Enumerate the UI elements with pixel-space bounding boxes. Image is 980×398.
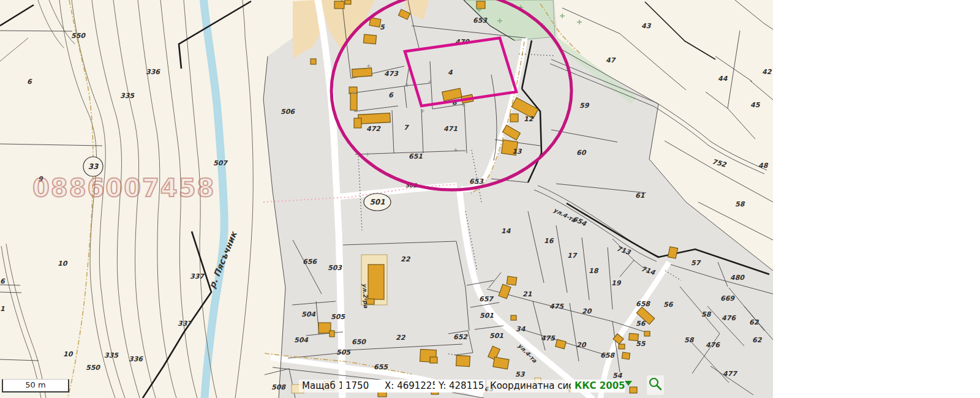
parcel-label: 335 — [104, 351, 119, 359]
parcel-label: 501 — [489, 332, 503, 340]
parcel-label: 6 — [0, 277, 6, 285]
building — [334, 1, 344, 9]
parcel-label: 505 — [331, 313, 345, 321]
scale-bar: 50 m — [2, 379, 69, 392]
parcel-label: 506 — [281, 108, 295, 116]
building — [619, 344, 625, 349]
chevron-down-icon[interactable] — [625, 381, 632, 386]
y-coordinate-field[interactable]: Y: 428115 — [435, 380, 485, 392]
parcel-label: 16 — [544, 237, 554, 245]
building — [363, 34, 376, 44]
parcel-label: 477 — [723, 370, 737, 378]
parcel-label: 9 — [38, 175, 43, 183]
parcel-label: 652 — [453, 333, 468, 341]
parcel-label: 4 — [448, 69, 453, 77]
parcel-label: 58 — [735, 200, 745, 208]
building — [354, 118, 361, 128]
map-canvas[interactable]: 5503366335507910337611033555033633750656… — [0, 0, 773, 398]
building — [644, 331, 650, 336]
parcel-label: 503 — [328, 264, 342, 272]
parcel-label: 656 — [303, 258, 317, 266]
scale-input[interactable]: 1750 — [342, 380, 385, 392]
parcel-label: 504 — [301, 310, 316, 318]
parcel-label: 507 — [213, 159, 228, 167]
parcel-label: 17 — [567, 252, 578, 260]
circled-label: 501 — [369, 198, 385, 206]
parcel-label: 61 — [635, 192, 645, 200]
x-coordinate-field[interactable]: X: 4691225 — [381, 380, 436, 392]
crs-value: ККС 2005 — [575, 380, 625, 391]
parcel-label: 655 — [374, 363, 388, 371]
building — [352, 68, 372, 77]
parcel-label: 658 — [636, 300, 650, 308]
parcel-label: 55 — [636, 340, 646, 348]
parcel-label: 53 — [515, 370, 526, 378]
parcel-label: 480 — [730, 274, 745, 282]
parcel-label: 7 — [404, 124, 409, 132]
parcel-label: 501 — [480, 312, 494, 320]
search-icon — [647, 376, 663, 392]
parcel-label: 476 — [722, 314, 736, 322]
parcel-label: 62 — [749, 318, 760, 326]
building — [668, 247, 677, 258]
parcel-label: 56 — [663, 301, 674, 309]
parcel-label: 6 — [388, 91, 394, 99]
parcel-label: 473 — [384, 70, 399, 78]
parcel-label: 336 — [129, 355, 143, 363]
parcel-label: 475 — [541, 334, 556, 342]
parcel-label: 62 — [752, 336, 763, 344]
x-value: 4691225 — [397, 380, 438, 391]
parcel-label: 59 — [579, 102, 590, 110]
building — [311, 59, 316, 64]
parcel-label: 60 — [576, 149, 587, 157]
building — [477, 1, 485, 9]
parcel-label: 58 — [701, 310, 712, 318]
y-label: Y: — [439, 380, 446, 391]
parcel-label: 505 — [336, 348, 351, 356]
parcel-label: 21 — [522, 290, 532, 298]
crs-dropdown[interactable]: ККС 2005 — [571, 380, 625, 392]
parcel-label: 57 — [691, 259, 701, 267]
building — [456, 355, 470, 366]
building — [622, 352, 630, 359]
parcel-label: 550 — [71, 32, 86, 40]
parcel-label: 45 — [750, 101, 761, 109]
parcel-label: 6 — [27, 78, 32, 86]
parcel-label: 337 — [190, 272, 205, 280]
parcel-label: 13 — [512, 148, 522, 156]
right-blank-panel — [773, 0, 980, 398]
parcel-label: 669 — [720, 295, 735, 302]
building — [510, 114, 518, 122]
parcel-label: 42 — [762, 68, 772, 76]
parcel-label: 58 — [684, 336, 695, 344]
building — [511, 315, 516, 320]
building — [330, 331, 334, 337]
parcel-label: 20 — [582, 307, 592, 315]
parcel-label: 10 — [63, 350, 74, 358]
parcel-label: 336 — [146, 68, 160, 76]
parcel-label: 550 — [86, 364, 100, 372]
parcel-label: 22 — [401, 255, 411, 263]
parcel-label: 54 — [612, 372, 623, 380]
parcel-label: 335 — [120, 92, 135, 100]
parcel-label: 475 — [549, 302, 564, 310]
parcel-label: 12 — [524, 115, 534, 123]
parcel-label: 337 — [178, 320, 192, 328]
parcel-label: 19 — [611, 279, 622, 287]
parcel-label: 56 — [636, 320, 646, 328]
circled-label: 33 — [88, 162, 99, 171]
parcel-label: 1 — [0, 305, 5, 313]
parcel-label: 20 — [576, 341, 587, 349]
parcel-label: 653 — [473, 17, 488, 24]
y-value: 428115 — [449, 380, 484, 391]
building — [430, 357, 437, 363]
parcel-label: 10 — [58, 260, 68, 268]
building — [493, 357, 509, 369]
parcel-label: 44 — [718, 75, 728, 83]
parcel-label: 508 — [271, 383, 286, 391]
building — [630, 387, 637, 393]
search-button[interactable] — [647, 375, 664, 395]
map-viewport: 5503366335507910337611033555033633750656… — [0, 0, 980, 398]
parcel-label: 5 — [380, 23, 385, 31]
building — [368, 265, 384, 299]
